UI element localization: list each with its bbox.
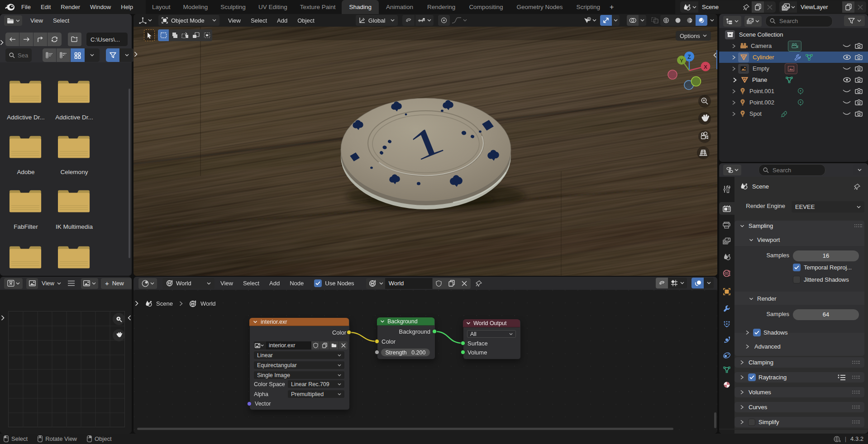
- svg-text:X: X: [704, 64, 707, 70]
- svg-text:Y: Y: [680, 58, 683, 63]
- svg-text:Z: Z: [687, 54, 691, 60]
